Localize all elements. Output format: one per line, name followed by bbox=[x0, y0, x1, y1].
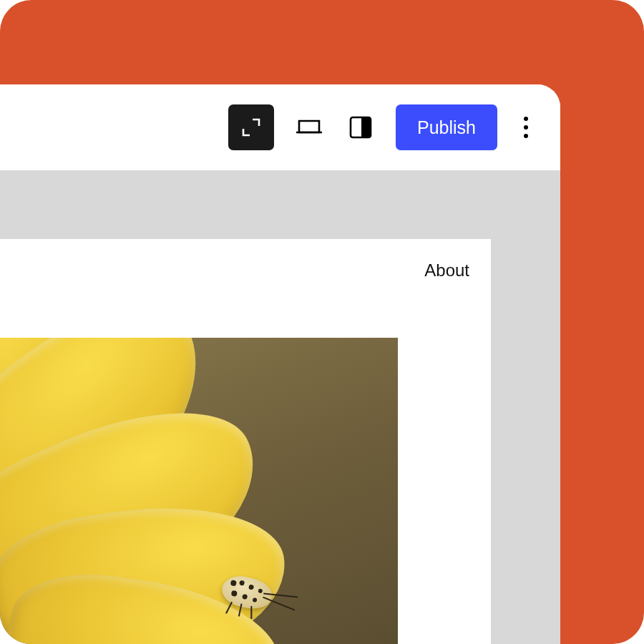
svg-rect-1 bbox=[361, 117, 371, 137]
more-options-button[interactable] bbox=[512, 107, 540, 148]
page-preview[interactable]: About bbox=[0, 239, 491, 644]
editor-window: Publish About bbox=[0, 84, 560, 644]
top-toolbar: Publish bbox=[0, 84, 560, 170]
publish-button-label: Publish bbox=[417, 117, 476, 138]
more-vertical-icon bbox=[523, 115, 529, 140]
editor-canvas[interactable]: About bbox=[0, 170, 560, 644]
fullscreen-button[interactable] bbox=[228, 104, 274, 150]
desktop-icon bbox=[295, 117, 323, 138]
hero-image-content bbox=[0, 338, 398, 644]
outer-frame: Publish About bbox=[0, 0, 644, 644]
nav-link-about[interactable]: About bbox=[424, 260, 469, 280]
panel-toggle-icon bbox=[348, 115, 373, 140]
svg-point-3 bbox=[524, 125, 528, 130]
nav-link-label: About bbox=[424, 260, 469, 280]
hero-image[interactable] bbox=[0, 338, 398, 644]
desktop-view-button[interactable] bbox=[288, 107, 330, 148]
svg-point-4 bbox=[524, 134, 528, 138]
svg-point-2 bbox=[524, 117, 528, 121]
panel-toggle-button[interactable] bbox=[340, 107, 381, 148]
fullscreen-icon bbox=[240, 117, 262, 138]
publish-button[interactable]: Publish bbox=[396, 104, 497, 150]
